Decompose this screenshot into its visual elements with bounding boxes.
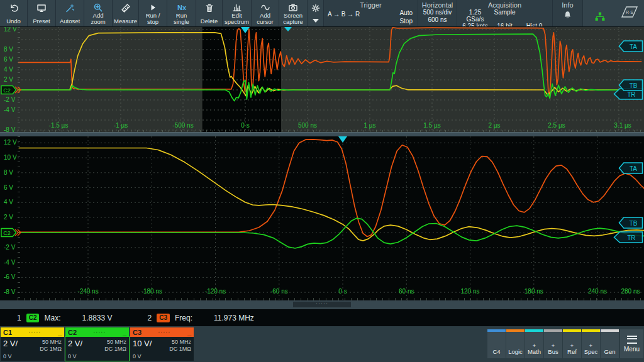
channel-header[interactable]: C2·····_ — [65, 327, 129, 337]
voltage-axis-ticks — [18, 27, 20, 133]
channel-widget-c1[interactable]: C1·····_2 V/50 MHzDC 1MΩ0 V — [1, 327, 64, 361]
trigger-settings-group[interactable]: Trigger A → B → R Auto Stop — [324, 0, 418, 26]
horizontal-scrollbar[interactable]: ····· — [0, 300, 644, 309]
voltage-tick-label: 12 V — [4, 26, 17, 33]
signal-button-gen[interactable]: Gen — [601, 329, 619, 358]
voltage-tick-label: 6 V — [4, 56, 13, 63]
signal-color-stripe — [487, 329, 506, 332]
trigger-level-tag-ta[interactable]: TA — [618, 40, 643, 55]
minimize-icon[interactable]: _ — [187, 329, 191, 336]
overview-waveform-diagram[interactable]: 12 V8 V6 V4 V2 V-2 V-4 V-8 V-1.5 µs-1 µs… — [0, 26, 644, 133]
svg-text:TA: TA — [630, 165, 637, 172]
signal-add-buttons: C4Logic+Math+Bus+Ref+SpecGen — [487, 329, 619, 358]
svg-text:TB: TB — [630, 220, 638, 227]
menu-button[interactable]: Menu — [620, 329, 643, 358]
channel-widget-c3[interactable]: C3·····_10 V/50 MHzDC 1MΩ0 V — [130, 327, 194, 361]
run-stop-icon — [148, 3, 158, 13]
channel-scale: 2 V/ — [3, 339, 18, 348]
time-tick-label: 0 s — [241, 122, 249, 129]
time-tick-label: -180 ns — [142, 288, 162, 295]
toolbar-button-label: Run single — [168, 13, 195, 25]
spectrum-icon — [232, 3, 242, 13]
toolbar-button-label: Autoset — [60, 18, 80, 25]
plus-icon: + — [589, 343, 592, 348]
measurement-results-row[interactable]: 1C2Max:1.8833 V2C3Freq:11.973 MHz — [0, 309, 644, 326]
diagram-splitter[interactable] — [0, 132, 644, 136]
signal-color-stripe — [563, 329, 581, 332]
voltage-tick-label: -8 V — [4, 288, 15, 295]
signal-button-c4[interactable]: C4 — [487, 329, 506, 358]
measurement-type-label: Freq: — [175, 314, 192, 322]
signal-button-spec[interactable]: +Spec — [582, 329, 600, 358]
voltage-tick-label: 8 V — [4, 46, 13, 53]
voltage-tick-label: -6 V — [4, 273, 15, 280]
toolbar-button-delete[interactable]: Delete — [196, 0, 223, 26]
toolbar-button-screen-capture[interactable]: Screen capture — [279, 0, 308, 26]
undo-icon — [9, 3, 19, 13]
channel-header[interactable]: C3·····_ — [130, 327, 194, 337]
channel-header[interactable]: C1·····_ — [1, 327, 64, 337]
time-tick-label: 180 ns — [525, 288, 543, 295]
acquisition-settings-group[interactable]: Acquisition 1.25 GSa/s Sample 6.25 kpts … — [457, 0, 553, 26]
channel-widget-c2[interactable]: C2·····_2 V/50 MHzDC 1MΩ0 V — [65, 327, 129, 361]
channel-body[interactable]: 10 V/50 MHzDC 1MΩ0 V — [130, 337, 194, 361]
voltage-tick-label: 4 V — [4, 66, 13, 73]
trigger-level-tag-tr[interactable]: TR — [613, 231, 643, 246]
voltage-tick-label: 10 V — [4, 154, 17, 161]
channel-body[interactable]: 2 V/50 MHzDC 1MΩ0 V — [1, 337, 64, 361]
signal-button-math[interactable]: +Math — [525, 329, 543, 358]
trigger-group-title: Trigger — [327, 1, 414, 9]
plus-icon: + — [552, 343, 555, 348]
measurement-result-2[interactable]: 2C3Freq:11.973 MHz — [148, 314, 289, 322]
minimize-icon[interactable]: _ — [123, 329, 126, 336]
toolbar-button-edit-spectrum[interactable]: Edit spectrum — [223, 0, 252, 26]
toolbar-button-undo[interactable]: Undo — [0, 0, 28, 26]
toolbar-button-preset[interactable]: Preset — [28, 0, 56, 26]
trigger-level-tag-ta[interactable]: TA — [618, 162, 643, 177]
time-tick-label: -1 µs — [114, 122, 128, 129]
trigger-position-marker[interactable] — [241, 27, 250, 33]
toolbar-button-run-stop[interactable]: Run / stop — [139, 0, 167, 26]
channel-scale: 2 V/ — [68, 339, 82, 348]
time-tick-label: 2.5 µs — [548, 122, 565, 129]
scrollbar-thumb[interactable]: ····· — [293, 302, 351, 307]
add-zoom-icon — [93, 3, 103, 13]
trigger-level-tag-tb[interactable]: TB — [618, 79, 643, 94]
channel-offset-marker-c2[interactable]: C2 — [1, 85, 23, 97]
trigger-state: Stop — [399, 18, 413, 25]
toolbar-button-add-zoom[interactable]: Add zoom — [84, 0, 113, 26]
sine-cursor-icon — [260, 3, 270, 13]
horizontal-settings-group[interactable]: Horizontal 500 ns/div 600 ns — [418, 0, 457, 26]
info-group[interactable]: Info — [553, 0, 583, 26]
signal-button-label: Logic — [508, 348, 523, 355]
measurement-result-1[interactable]: 1C2Max:1.8833 V — [17, 314, 148, 322]
signal-button-bus[interactable]: +Bus — [544, 329, 562, 358]
signal-color-stripe — [582, 329, 600, 332]
signal-button-ref[interactable]: +Ref — [563, 329, 581, 358]
channel-body[interactable]: 2 V/50 MHzDC 1MΩ0 V — [65, 337, 129, 361]
toolbar-button-measure[interactable]: Measure — [113, 0, 139, 26]
signal-button-label: C4 — [492, 348, 500, 355]
signal-button-logic[interactable]: Logic — [506, 329, 525, 358]
channel-offset-marker-c2[interactable]: C2 — [1, 228, 23, 240]
acquisition-mode: Sample — [490, 9, 519, 23]
trigger-level-tag-tb[interactable]: TB — [618, 216, 643, 232]
minimize-icon[interactable]: _ — [58, 329, 62, 336]
toolbar-button-label: Edit spectrum — [223, 13, 250, 25]
channel-bandwidth-coupling: 50 MHzDC 1MΩ — [40, 339, 62, 353]
trigger-position-marker[interactable] — [338, 136, 347, 143]
notification-bell-icon[interactable] — [556, 9, 579, 22]
zoom-waveform-diagram[interactable]: 12 V10 V8 V6 V4 V2 V-2 V-4 V-6 V-8 V-240… — [0, 136, 644, 300]
oscilloscope-app: UndoPresetAutosetAdd zoomMeasureRun / st… — [0, 0, 644, 362]
horizontal-scale: 500 ns/div — [421, 9, 453, 16]
toolbar-button-autoset[interactable]: Autoset — [56, 0, 84, 26]
time-tick-label: 500 ns — [298, 122, 317, 129]
toolbar-settings-button[interactable] — [308, 0, 324, 26]
toolbar-button-label: Measure — [114, 18, 137, 25]
measurement-value: 11.973 MHz — [214, 314, 254, 322]
toolbar-button-add-cursor[interactable]: Add cursor — [252, 0, 279, 26]
zoom-region-handle[interactable] — [284, 27, 292, 31]
toolbar-button-run-single[interactable]: NxRun single — [167, 0, 196, 26]
horizontal-position: 600 ns — [421, 16, 453, 24]
channel-id-label: C1 — [3, 329, 12, 336]
